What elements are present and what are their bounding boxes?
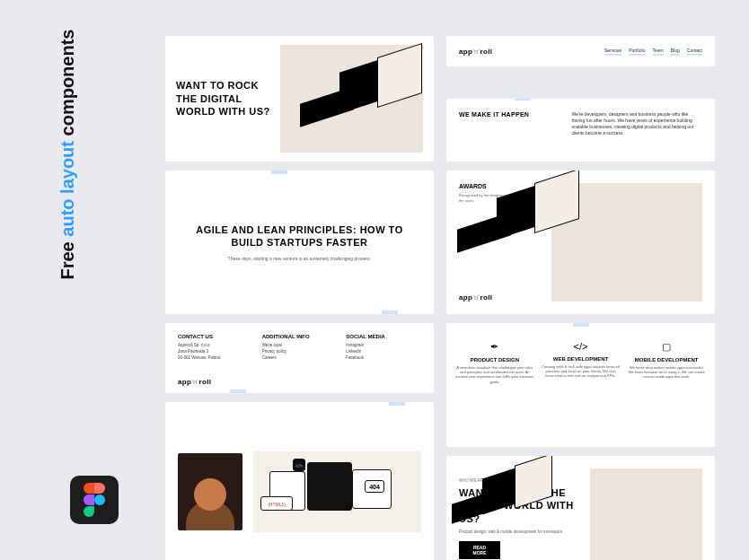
svc-product-design: ✒ PRODUCT DESIGN A seamless visualiser t… xyxy=(455,341,534,384)
page-title: Free auto layout components xyxy=(57,30,78,280)
agile-card: AGILE AND LEAN PRINCIPLES: HOW TO BUILD … xyxy=(165,171,434,314)
link-privacy[interactable]: Privacy policy xyxy=(262,349,338,355)
pen-icon: ✒ xyxy=(455,341,534,353)
nav-card: app'n'roll Services Portfolio Team Blog … xyxy=(446,36,715,66)
agile-heading: AGILE AND LEAN PRINCIPLES: HOW TO BUILD … xyxy=(183,223,416,249)
hero-heading: WANT TO ROCK THE DIGITAL WORLD WITH US? xyxy=(176,79,280,119)
cta-card: WHO WE ARE WANT TO ROCK THE DIGITAL WORL… xyxy=(446,456,715,560)
dev-illustration: {HTML5} </> 404 xyxy=(253,451,421,532)
cta-illustration xyxy=(590,468,702,560)
awards-card: AWARDS Recognized by the designers' comm… xyxy=(446,171,715,314)
svg-point-0 xyxy=(94,494,105,505)
happen-title: WE MAKE IT HAPPEN xyxy=(459,111,553,149)
mobile-icon: ▢ xyxy=(627,341,706,353)
hero-illustration xyxy=(280,45,424,153)
component-grid: WANT TO ROCK THE DIGITAL WORLD WITH US? … xyxy=(165,36,715,533)
read-more-button[interactable]: READ MORE xyxy=(459,541,500,559)
link-linkedin[interactable]: LinkedIn xyxy=(346,349,421,355)
link-instagram[interactable]: Instagram xyxy=(346,343,421,349)
agile-sub: These days, starting a new venture is an… xyxy=(228,256,372,261)
link-careers[interactable]: Careers xyxy=(262,355,338,362)
services-card: ✒ PRODUCT DESIGN A seamless visualiser t… xyxy=(446,323,715,447)
code-icon: </> xyxy=(542,341,621,352)
happen-card: WE MAKE IT HAPPEN We're developers, desi… xyxy=(446,99,715,162)
link-facebook[interactable]: Facebook xyxy=(346,355,421,362)
cta-sub: Product design, web & mobile development… xyxy=(459,529,590,534)
nav-contact[interactable]: Contact xyxy=(687,48,702,56)
contact-col-2: ADDITIONAL INFO We're loyal Privacy poli… xyxy=(262,334,338,382)
svc-mobile-dev: ▢ MOBILE DEVELOPMENT We know what makes … xyxy=(627,341,706,380)
hero-card: WANT TO ROCK THE DIGITAL WORLD WITH US? xyxy=(165,36,434,162)
svc-web-dev: </> WEB DEVELOPMENT Creating solid & roc… xyxy=(542,341,621,379)
nav-team[interactable]: Team xyxy=(653,48,664,56)
contact-logo: app'n'roll xyxy=(178,378,211,386)
portrait-card: {HTML5} </> 404 xyxy=(165,402,434,560)
nav-items: Services Portfolio Team Blog Contact xyxy=(604,48,702,56)
awards-illustration xyxy=(551,183,702,302)
awards-logo: app'n'roll xyxy=(459,293,542,302)
contact-col-1: CONTACT US Appnroll Sp. z o.o Jana Pawir… xyxy=(178,334,253,382)
nav-services[interactable]: Services xyxy=(604,48,621,56)
contact-col-3: SOCIAL MEDIA Instagram LinkedIn Facebook xyxy=(346,334,421,382)
happen-body: We're developers, designers and business… xyxy=(571,111,702,149)
figma-icon xyxy=(70,476,119,524)
logo[interactable]: app'n'roll xyxy=(459,48,492,56)
nav-blog[interactable]: Blog xyxy=(671,48,680,56)
link-loyal[interactable]: We're loyal xyxy=(262,343,338,349)
contact-card: CONTACT US Appnroll Sp. z o.o Jana Pawir… xyxy=(165,323,434,393)
nav-portfolio[interactable]: Portfolio xyxy=(629,48,645,56)
portrait-image xyxy=(178,453,242,530)
